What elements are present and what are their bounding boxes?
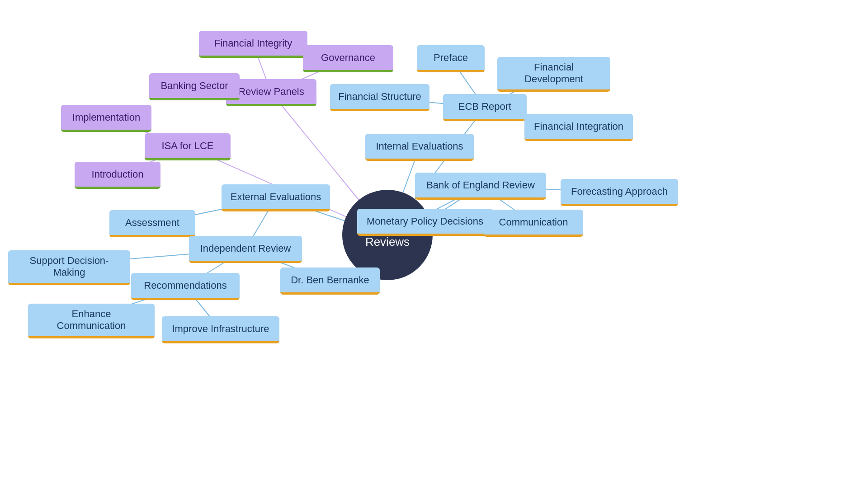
node-banking-sector[interactable]: Banking Sector [149,73,240,100]
node-forecasting-approach[interactable]: Forecasting Approach [561,179,678,206]
node-assessment[interactable]: Assessment [109,210,195,237]
node-financial-integration[interactable]: Financial Integration [524,114,633,141]
node-improve-infrastructure[interactable]: Improve Infrastructure [162,316,279,343]
node-implementation[interactable]: Implementation [61,105,151,132]
node-introduction[interactable]: Introduction [75,162,160,189]
node-support-decision[interactable]: Support Decision-Making [8,250,130,285]
node-bank-of-england[interactable]: Bank of England Review [415,173,546,200]
node-recommendations[interactable]: Recommendations [131,273,240,300]
node-dr-ben-bernanke[interactable]: Dr. Ben Bernanke [280,267,380,295]
node-financial-development[interactable]: Financial Development [497,57,610,92]
node-isa-for-lce[interactable]: ISA for LCE [145,133,231,160]
node-financial-integrity[interactable]: Financial Integrity [199,31,307,58]
node-ecb-report[interactable]: ECB Report [443,94,527,121]
node-monetary-policy[interactable]: Monetary Policy Decisions [357,209,493,236]
node-communication[interactable]: Communication [484,210,583,237]
node-enhance-communication[interactable]: Enhance Communication [28,304,155,338]
node-financial-structure[interactable]: Financial Structure [330,84,429,111]
node-external-evaluations[interactable]: External Evaluations [222,184,330,211]
node-governance[interactable]: Governance [303,45,393,72]
mindmap-connections [0,0,868,488]
node-review-panels[interactable]: Review Panels [226,79,316,106]
node-internal-evaluations[interactable]: Internal Evaluations [365,134,474,161]
node-preface[interactable]: Preface [417,45,485,72]
node-independent-review[interactable]: Independent Review [189,236,302,263]
